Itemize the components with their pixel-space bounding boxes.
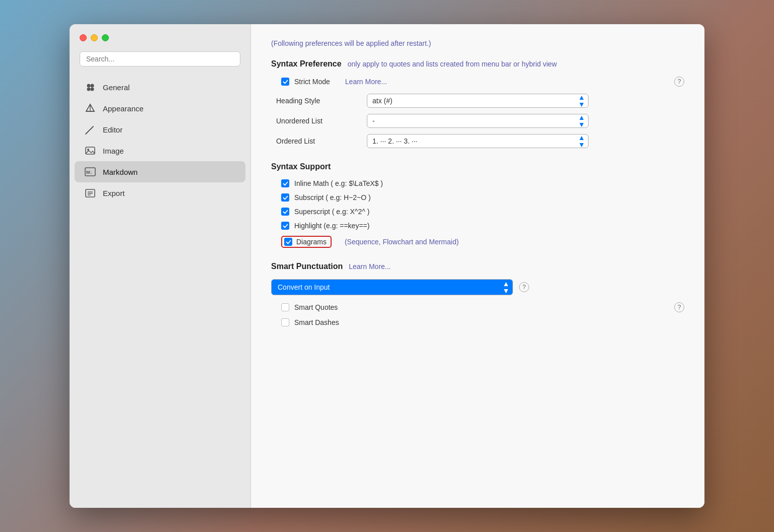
heading-style-label: Heading Style (276, 97, 367, 105)
smart-quotes-row: Smart Quotes ? (271, 302, 684, 312)
image-label: Image (103, 147, 124, 155)
export-icon (85, 187, 96, 198)
smart-quotes-help-icon[interactable]: ? (674, 302, 684, 312)
convert-on-input-help-icon[interactable]: ? (519, 282, 529, 292)
superscript-row: Superscript ( e.g: X^2^ ) (271, 208, 684, 216)
svg-rect-9 (86, 147, 95, 154)
smart-punctuation-title: Smart Punctuation (271, 262, 343, 271)
search-input[interactable] (80, 51, 240, 66)
ordered-list-row: Ordered List 1. ··· 2. ··· 3. ··· 1) ···… (271, 134, 684, 148)
svg-point-0 (87, 84, 91, 88)
convert-on-input-row: Convert on Input Convert on Paste Conver… (271, 279, 684, 295)
heading-style-control: atx (#) setext (===) ▲▼ (367, 94, 589, 108)
convert-on-input-wrapper: Convert on Input Convert on Paste Conver… (271, 279, 513, 295)
heading-style-select[interactable]: atx (#) setext (===) (367, 94, 588, 107)
smart-quotes-checkbox[interactable] (281, 303, 289, 311)
ordered-list-label: Ordered List (276, 137, 367, 145)
inline-math-label: Inline Math ( e.g: $\LaTeX$ ) (294, 179, 383, 187)
superscript-label: Superscript ( e.g: X^2^ ) (294, 208, 369, 216)
titlebar (70, 34, 250, 51)
sidebar-item-editor[interactable]: Editor (75, 119, 245, 140)
smart-dashes-row: Smart Dashes (271, 318, 684, 326)
syntax-preference-section: Syntax Preference only apply to quotes a… (271, 59, 684, 148)
heading-style-select-wrapper: atx (#) setext (===) ▲▼ (367, 94, 589, 108)
unordered-list-select[interactable]: - * + (367, 114, 588, 127)
highlight-label: Highlight (e.g: ==key==) (294, 222, 369, 230)
appearance-label: Appearance (103, 104, 144, 113)
general-icon (85, 82, 96, 93)
convert-on-input-select[interactable]: Convert on Input Convert on Paste Conver… (272, 280, 512, 295)
svg-point-2 (87, 88, 91, 91)
smart-punctuation-header: Smart Punctuation Learn More... (271, 262, 684, 271)
general-label: General (103, 83, 130, 92)
smart-dashes-label: Smart Dashes (294, 318, 339, 326)
sidebar-item-general[interactable]: General (75, 77, 245, 98)
appearance-icon (85, 103, 96, 114)
syntax-preference-title: Syntax Preference (271, 59, 342, 69)
svg-point-3 (91, 88, 94, 91)
inline-math-checkbox[interactable] (281, 179, 289, 187)
ordered-list-select-wrapper: 1. ··· 2. ··· 3. ··· 1) ··· 2) ··· 3) ··… (367, 134, 589, 148)
smart-dashes-checkbox[interactable] (281, 318, 289, 326)
strict-mode-row: Strict Mode Learn More... ? (271, 77, 684, 87)
diagrams-checkbox[interactable] (284, 238, 292, 246)
export-label: Export (103, 189, 124, 197)
sidebar-item-appearance[interactable]: Appearance (75, 98, 245, 119)
markdown-label: Markdown (103, 168, 138, 176)
markdown-icon: M↓ (85, 166, 96, 177)
search-bar (80, 51, 240, 66)
image-icon (85, 145, 96, 156)
diagrams-row: Diagrams (Sequence, Flowchart and Mermai… (271, 236, 684, 248)
preferences-window: General Appearance Editor (70, 24, 704, 508)
syntax-preference-header: Syntax Preference only apply to quotes a… (271, 59, 684, 69)
restart-notice: (Following preferences will be applied a… (271, 39, 684, 47)
highlight-row: Highlight (e.g: ==key==) (271, 222, 684, 230)
unordered-list-control: - * + ▲▼ (367, 114, 589, 128)
subscript-checkbox[interactable] (281, 193, 289, 202)
superscript-checkbox[interactable] (281, 208, 289, 216)
diagrams-highlight-box: Diagrams (281, 236, 332, 248)
sidebar-item-export[interactable]: Export (75, 182, 245, 204)
strict-mode-help-icon[interactable]: ? (674, 77, 684, 87)
inline-math-row: Inline Math ( e.g: $\LaTeX$ ) (271, 179, 684, 187)
strict-mode-checkbox[interactable] (281, 78, 289, 86)
highlight-checkbox[interactable] (281, 222, 289, 230)
unordered-list-row: Unordered List - * + ▲▼ (271, 114, 684, 128)
editor-icon (85, 124, 96, 135)
svg-line-8 (86, 133, 87, 134)
syntax-support-title: Syntax Support (271, 162, 331, 171)
unordered-list-label: Unordered List (276, 117, 367, 125)
diagrams-label: Diagrams (296, 238, 327, 246)
editor-label: Editor (103, 125, 122, 134)
sidebar-item-markdown[interactable]: M↓ Markdown (75, 161, 245, 182)
syntax-support-section: Syntax Support Inline Math ( e.g: $\LaTe… (271, 162, 684, 248)
svg-text:M↓: M↓ (86, 170, 92, 175)
diagrams-subtitle: (Sequence, Flowchart and Mermaid) (345, 238, 459, 246)
sidebar-item-image[interactable]: Image (75, 140, 245, 161)
maximize-button[interactable] (102, 34, 109, 41)
subscript-label: Subscript ( e.g: H~2~O ) (294, 193, 371, 202)
smart-punctuation-section: Smart Punctuation Learn More... Convert … (271, 262, 684, 326)
svg-point-1 (91, 84, 94, 88)
close-button[interactable] (80, 34, 87, 41)
svg-line-6 (87, 128, 92, 133)
smart-punctuation-learn-more[interactable]: Learn More... (349, 262, 391, 271)
smart-quotes-label: Smart Quotes (294, 303, 338, 311)
ordered-list-control: 1. ··· 2. ··· 3. ··· 1) ··· 2) ··· 3) ··… (367, 134, 589, 148)
subscript-row: Subscript ( e.g: H~2~O ) (271, 193, 684, 202)
heading-style-row: Heading Style atx (#) setext (===) ▲▼ (271, 94, 684, 108)
main-content: (Following preferences will be applied a… (251, 24, 704, 508)
strict-mode-label: Strict Mode (294, 78, 330, 86)
syntax-support-header: Syntax Support (271, 162, 684, 171)
minimize-button[interactable] (91, 34, 98, 41)
svg-line-7 (92, 126, 93, 128)
sidebar: General Appearance Editor (70, 24, 251, 508)
syntax-preference-subtitle: only apply to quotes and lists created f… (348, 60, 557, 68)
strict-mode-learn-more[interactable]: Learn More... (345, 78, 387, 86)
ordered-list-select[interactable]: 1. ··· 2. ··· 3. ··· 1) ··· 2) ··· 3) ··… (367, 135, 588, 148)
unordered-list-select-wrapper: - * + ▲▼ (367, 114, 589, 128)
